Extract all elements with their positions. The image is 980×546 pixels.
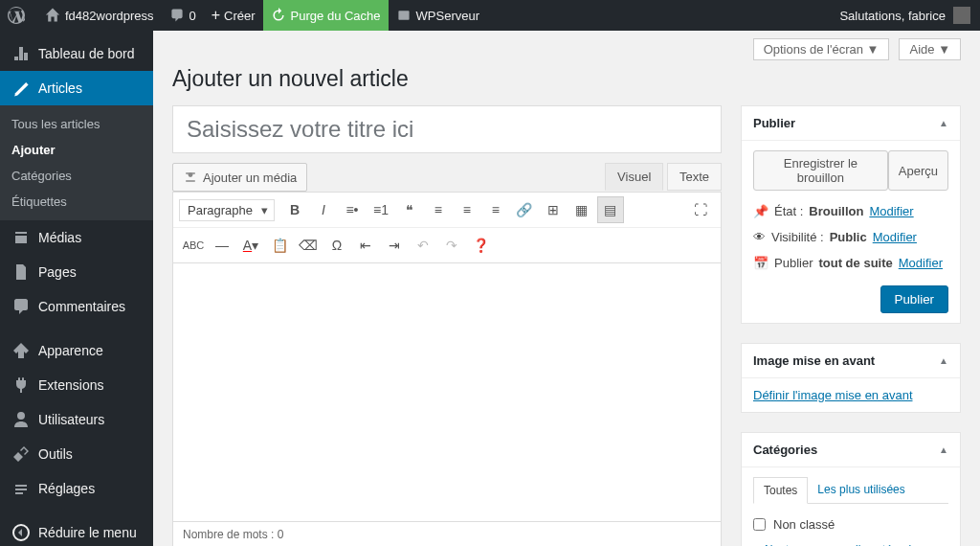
category-item[interactable]: Non classé xyxy=(753,513,948,535)
eye-icon: 👁 xyxy=(753,230,766,244)
collapse-icon[interactable]: ▲ xyxy=(939,355,948,366)
wpserveur-link[interactable]: WPServeur xyxy=(389,0,487,31)
site-home-link[interactable]: fd482wordpress xyxy=(37,0,162,31)
align-left-button[interactable]: ≡ xyxy=(425,196,452,223)
submenu-tags[interactable]: Étiquettes xyxy=(0,189,153,215)
align-right-button[interactable]: ≡ xyxy=(482,196,509,223)
publish-metabox: Publier▲ Enregistrer le brouillon Aperçu… xyxy=(741,105,961,324)
menu-pages[interactable]: Pages xyxy=(0,255,153,289)
help-icon-button[interactable]: ❓ xyxy=(467,232,494,259)
fullscreen-button[interactable]: ⛶ xyxy=(687,196,714,223)
save-draft-button[interactable]: Enregistrer le brouillon xyxy=(753,150,888,191)
submenu-add[interactable]: Ajouter xyxy=(0,137,153,163)
new-content-link[interactable]: +Créer xyxy=(204,0,263,31)
purge-cache-button[interactable]: Purge du Cache xyxy=(263,0,389,31)
submenu-categories[interactable]: Catégories xyxy=(0,163,153,189)
italic-button[interactable]: I xyxy=(310,196,337,223)
clear-format-button[interactable]: ⌫ xyxy=(295,232,322,259)
more-button[interactable]: ⊞ xyxy=(540,196,567,223)
editor-content[interactable] xyxy=(172,263,722,522)
tab-visual[interactable]: Visuel xyxy=(605,163,663,191)
svg-rect-0 xyxy=(398,11,409,20)
bullet-list-button[interactable]: ≡• xyxy=(339,196,366,223)
cat-tab-all[interactable]: Toutes xyxy=(753,477,808,504)
align-center-button[interactable]: ≡ xyxy=(454,196,480,223)
quote-button[interactable]: ❝ xyxy=(396,196,423,223)
paste-button[interactable]: 📋 xyxy=(266,232,293,259)
format-select[interactable]: Paragraphe xyxy=(179,199,275,221)
outdent-button[interactable]: ⇤ xyxy=(352,232,379,259)
edit-status-link[interactable]: Modifier xyxy=(869,204,913,218)
number-list-button[interactable]: ≡1 xyxy=(368,196,394,223)
hr-button[interactable]: — xyxy=(209,232,235,259)
categories-metabox: Catégories▲ Toutes Les plus utilisées No… xyxy=(741,432,961,546)
kitchen-sink-button[interactable]: ▤ xyxy=(597,196,624,223)
menu-articles[interactable]: Articles xyxy=(0,71,153,105)
menu-users[interactable]: Utilisateurs xyxy=(0,402,153,437)
menu-extensions[interactable]: Extensions xyxy=(0,368,153,402)
menu-dashboard[interactable]: Tableau de bord xyxy=(0,36,153,71)
bold-button[interactable]: B xyxy=(281,196,308,223)
admin-sidebar: Tableau de bord Articles Tous les articl… xyxy=(0,31,153,546)
menu-tools[interactable]: Outils xyxy=(0,437,153,471)
edit-visibility-link[interactable]: Modifier xyxy=(873,230,917,244)
cat-tab-popular[interactable]: Les plus utilisées xyxy=(808,477,914,503)
greeting-text[interactable]: Salutations, fabrice xyxy=(839,9,946,23)
purge-label: Purge du Cache xyxy=(291,9,381,23)
word-count: Nombre de mots : 0 xyxy=(172,522,722,546)
publish-heading: Publier xyxy=(753,116,795,130)
screen-options-button[interactable]: Options de l'écran ▼ xyxy=(753,38,890,60)
publish-button[interactable]: Publier xyxy=(880,285,949,313)
submenu-all-articles[interactable]: Tous les articles xyxy=(0,111,153,137)
tab-text[interactable]: Texte xyxy=(667,163,722,191)
menu-settings[interactable]: Réglages xyxy=(0,471,153,506)
admin-toolbar: fd482wordpress 0 +Créer Purge du Cache W… xyxy=(0,0,980,31)
editor-toolbar: Paragraphe B I ≡• ≡1 ❝ ≡ ≡ ≡ 🔗 ⊞ ▦ ▤ ⛶ xyxy=(172,192,722,263)
help-button[interactable]: Aide ▼ xyxy=(899,38,961,60)
post-title-input[interactable] xyxy=(172,105,722,153)
categories-heading: Catégories xyxy=(753,443,817,457)
indent-button[interactable]: ⇥ xyxy=(381,232,408,259)
strike-button[interactable]: ABC xyxy=(180,232,207,259)
comments-link[interactable]: 0 xyxy=(162,0,204,31)
set-featured-image-link[interactable]: Définir l'image mise en avant xyxy=(753,388,913,402)
special-char-button[interactable]: Ω xyxy=(323,232,350,259)
wpserveur-label: WPServeur xyxy=(416,9,479,23)
redo-button[interactable]: ↷ xyxy=(438,232,465,259)
menu-appearance[interactable]: Apparence xyxy=(0,333,153,368)
menu-collapse[interactable]: Réduire le menu xyxy=(0,515,153,546)
create-label: Créer xyxy=(224,9,256,23)
page-title: Ajouter un nouvel article xyxy=(172,66,961,92)
collapse-icon[interactable]: ▲ xyxy=(939,444,948,455)
comment-count: 0 xyxy=(189,9,196,23)
menu-comments[interactable]: Commentaires xyxy=(0,289,153,324)
featured-image-metabox: Image mise en avant▲ Définir l'image mis… xyxy=(741,343,961,413)
wp-logo[interactable] xyxy=(0,0,37,31)
edit-schedule-link[interactable]: Modifier xyxy=(899,256,943,270)
category-checkbox[interactable] xyxy=(753,518,766,531)
featured-heading: Image mise en avant xyxy=(753,353,875,368)
add-media-button[interactable]: Ajouter un média xyxy=(172,163,307,192)
link-button[interactable]: 🔗 xyxy=(511,196,538,223)
menu-media[interactable]: Médias xyxy=(0,220,153,255)
toolbar-toggle-button[interactable]: ▦ xyxy=(568,196,595,223)
avatar[interactable] xyxy=(953,7,970,24)
undo-button[interactable]: ↶ xyxy=(410,232,436,259)
text-color-button[interactable]: A ▾ xyxy=(237,232,264,259)
preview-button[interactable]: Aperçu xyxy=(888,150,948,191)
collapse-icon[interactable]: ▲ xyxy=(939,118,948,128)
pin-icon: 📌 xyxy=(753,204,768,218)
calendar-icon: 📅 xyxy=(753,256,768,270)
site-name: fd482wordpress xyxy=(65,9,154,23)
